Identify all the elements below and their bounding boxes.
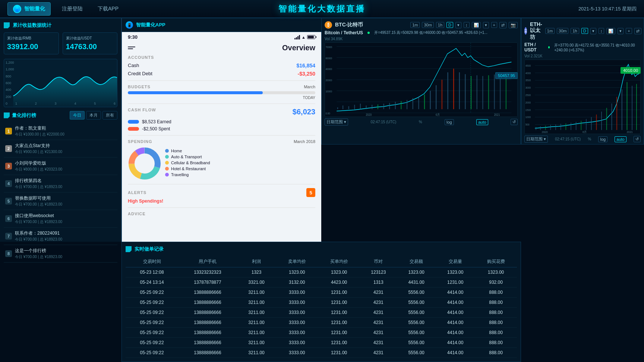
- table-cell: 5556.00: [397, 338, 436, 348]
- stats-row: 累计收益/RMB 33912.00 累计收益/USDT 14763.00: [4, 32, 117, 54]
- btc-refresh[interactable]: ↺: [511, 119, 518, 125]
- rank-content: 排行榜第四名 今日 ¥700.00 | 总 ¥18923.00: [15, 178, 116, 190]
- table-cell: 1323.00: [436, 267, 475, 277]
- ranking-header: 量化排行榜 今日 本月 所有: [4, 111, 117, 120]
- ranking-tabs: 今日 本月 所有: [70, 111, 117, 120]
- btc-ctrl-6[interactable]: ⇄: [499, 22, 506, 28]
- table-cell: 3211.00: [237, 298, 276, 308]
- table-row[interactable]: 05-25 09:22138888866663211.003333.001231…: [126, 288, 517, 298]
- table-row[interactable]: 05-25 09:22138888866663211.003333.001231…: [126, 308, 517, 318]
- table-cell: 5556.00: [397, 348, 436, 358]
- eth-ctrl-6[interactable]: ⇄: [634, 28, 641, 34]
- svg-rect-38: [482, 76, 483, 109]
- table-row[interactable]: 05-25 09:22138888866663211.003333.001231…: [126, 318, 517, 328]
- eth-tf-1m[interactable]: 1m: [545, 28, 555, 34]
- legend-item: Hotel & Restaurant: [165, 166, 210, 171]
- eth-tf-1h[interactable]: 1h: [571, 28, 579, 34]
- btc-tf-1h[interactable]: 1h: [436, 22, 444, 28]
- rank-number: 4: [5, 180, 12, 187]
- svg-rect-27: [418, 96, 419, 109]
- rank-sub: 今日 ¥700.00 | 总 ¥18923.00: [15, 254, 116, 260]
- btc-ctrl-4[interactable]: ▾: [483, 22, 489, 28]
- rank-number: 2: [5, 145, 12, 152]
- table-row[interactable]: 05-25 09:22138888866663211.003333.001231…: [126, 298, 517, 308]
- app-icon: 📱: [126, 21, 133, 29]
- trade-column-header: 交易额: [397, 256, 436, 267]
- svg-text:2021: 2021: [494, 113, 500, 117]
- svg-text:70000: 70000: [326, 45, 332, 49]
- hamburger-menu[interactable]: [128, 47, 135, 49]
- table-row[interactable]: 05-25 09:22138888866663211.003333.001231…: [126, 328, 517, 338]
- table-cell: 888.00: [475, 288, 517, 298]
- nav-logo[interactable]: 智能量化: [7, 2, 51, 16]
- table-row[interactable]: 05-24 13:14137878788773321.003132.004423…: [126, 277, 517, 288]
- mini-chart-svg: [4, 59, 117, 107]
- btc-tf-1m[interactable]: 1m: [410, 22, 420, 28]
- table-row[interactable]: 05-25 09:22138888866663211.003333.001231…: [126, 338, 517, 348]
- nav-download[interactable]: 下载APP: [98, 6, 119, 12]
- table-cell: 5556.00: [397, 318, 436, 328]
- svg-rect-37: [477, 75, 477, 109]
- rank-content: 小刘同学爱吃饭 今日 ¥800.00 | 总 ¥20323.00: [15, 160, 116, 172]
- svg-rect-66: [540, 126, 541, 130]
- table-row[interactable]: 05-25 09:22138888866663211.003333.001231…: [126, 348, 517, 358]
- table-cell: 1323.00: [397, 267, 436, 277]
- btc-ctrl-3[interactable]: 📊: [472, 22, 481, 28]
- tab-today[interactable]: 今日: [70, 111, 85, 120]
- nav-register[interactable]: 注册登陆: [62, 6, 83, 12]
- table-cell: 5556.00: [397, 308, 436, 318]
- nav-datetime: 2021-5-13 10:47:15 星期四: [578, 6, 637, 12]
- eth-range-btn[interactable]: 日期范围 ▾: [524, 136, 548, 143]
- chart-x-labels: 123456: [15, 102, 116, 105]
- eth-ohlc: 开=3770.00 高=4172.56 低=3550.71 收=4010.00 …: [554, 43, 641, 52]
- ranking-icon: [4, 112, 10, 118]
- table-row[interactable]: 05-23 12:081332323232313231323.001323.00…: [126, 267, 517, 277]
- svg-rect-71: [565, 123, 566, 130]
- main-layout: 累计收益数据统计 累计收益/RMB 33912.00 累计收益/USDT 147…: [0, 18, 644, 362]
- table-cell: 1231.00: [318, 338, 360, 348]
- svg-rect-82: [622, 89, 622, 130]
- tab-all[interactable]: 所有: [102, 111, 117, 120]
- btc-ctrl-2[interactable]: ↕: [464, 22, 470, 28]
- rank-number: 1: [5, 128, 12, 134]
- btc-tf-d[interactable]: D: [446, 22, 453, 28]
- legend-label: Cellular & Broadband: [171, 161, 210, 165]
- table-cell: 3333.00: [276, 328, 318, 338]
- rank-sub: 今日 ¥700.00 | 总 ¥18923.00: [15, 184, 116, 190]
- eth-auto[interactable]: auto: [615, 136, 626, 142]
- rank-number: 7: [5, 233, 12, 239]
- rank-name: 接口使用websocket: [15, 213, 116, 219]
- svg-text:20000: 20000: [326, 79, 332, 82]
- eth-refresh[interactable]: ↺: [634, 136, 641, 142]
- btc-range-btn[interactable]: 日期范围 ▾: [325, 118, 348, 126]
- btc-log[interactable]: log: [445, 119, 454, 125]
- eth-log[interactable]: log: [598, 136, 607, 142]
- stat-rmb-label: 累计收益/RMB: [7, 36, 56, 41]
- cashflow-label: CASH FLOW: [128, 108, 156, 112]
- rank-sub: 今日 ¥700.00 | 总 ¥18923.00: [15, 219, 116, 225]
- btc-ctrl-7[interactable]: 📷: [509, 22, 518, 28]
- eth-tf-d[interactable]: D: [581, 28, 588, 34]
- table-cell: 3211.00: [237, 308, 276, 318]
- svg-text:1000: 1000: [525, 116, 531, 118]
- eth-ctrl-3[interactable]: 📊: [606, 28, 615, 34]
- btc-ctrl-5[interactable]: +: [491, 22, 497, 28]
- svg-rect-13: [337, 107, 338, 109]
- ranking-item: 7 联系作者：280224091 今日 ¥700.00 | 总 ¥18923.0…: [4, 228, 117, 245]
- btc-tf-30m[interactable]: 30m: [422, 22, 433, 28]
- btc-ctrl-1[interactable]: ▾: [455, 22, 461, 28]
- eth-ctrl-4[interactable]: ▾: [618, 28, 624, 34]
- btc-info: Bitcoin / TetherUS 开=49537.15 高=50829.98…: [325, 30, 518, 35]
- svg-text:1500: 1500: [525, 108, 531, 111]
- eth-tf-30m[interactable]: 30m: [557, 28, 568, 34]
- table-cell: 4231: [360, 338, 397, 348]
- btc-auto[interactable]: auto: [476, 119, 488, 125]
- eth-ctrl-1[interactable]: ▾: [590, 28, 596, 34]
- tab-month[interactable]: 本月: [86, 111, 101, 120]
- eth-ctrl-5[interactable]: +: [626, 28, 632, 34]
- btc-icon: ₿: [325, 21, 332, 29]
- trade-table: 交易时间用户手机利润卖单均价买单均价币对交易额交易量购买花费 05-23 12:…: [126, 256, 517, 358]
- eth-ctrl-2[interactable]: ↕: [599, 28, 604, 34]
- svg-rect-22: [389, 103, 390, 109]
- svg-rect-23: [395, 102, 396, 109]
